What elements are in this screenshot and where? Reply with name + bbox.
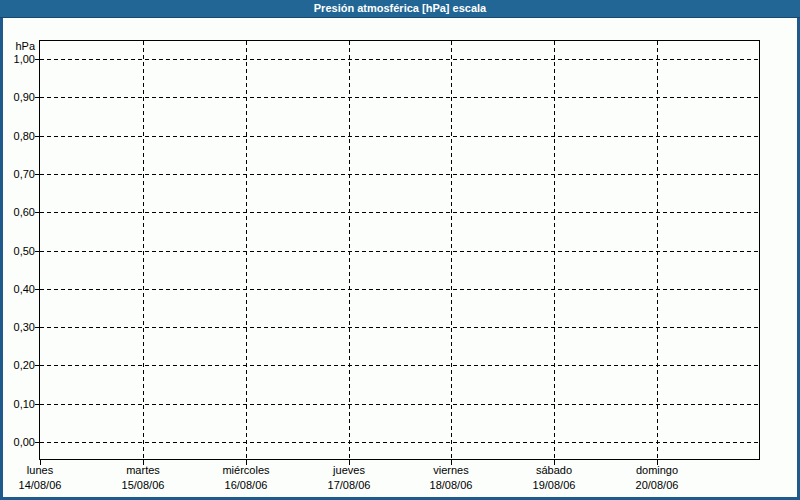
day-name-label: miércoles	[196, 463, 296, 478]
horizontal-gridline	[40, 212, 759, 213]
x-category-label: domingo 20/08/06	[607, 463, 707, 493]
y-tick-label: 0,00	[3, 436, 35, 448]
vertical-gridline	[349, 41, 350, 459]
y-axis-unit-label: hPa	[3, 40, 35, 52]
day-date-label: 17/08/06	[299, 478, 399, 493]
x-category-label: viernes 18/08/06	[401, 463, 501, 493]
y-tick-label: 0,90	[3, 91, 35, 103]
horizontal-gridline	[40, 97, 759, 98]
day-date-label: 16/08/06	[196, 478, 296, 493]
day-name-label: domingo	[607, 463, 707, 478]
y-tick-label: 0,20	[3, 359, 35, 371]
day-name-label: viernes	[401, 463, 501, 478]
y-tick-label: 0,80	[3, 130, 35, 142]
pressure-chart-window: Presión atmosférica [hPa] escala hPa 1,0…	[0, 0, 800, 500]
horizontal-gridline	[40, 442, 759, 443]
y-tick-label: 0,50	[3, 245, 35, 257]
y-tick-label: 1,00	[3, 53, 35, 65]
day-date-label: 14/08/06	[0, 478, 90, 493]
y-tick-label: 0,40	[3, 283, 35, 295]
y-tick-label: 0,70	[3, 168, 35, 180]
vertical-gridline	[554, 41, 555, 459]
day-date-label: 19/08/06	[504, 478, 604, 493]
day-name-label: lunes	[0, 463, 90, 478]
horizontal-gridline	[40, 59, 759, 60]
y-tick-label: 0,10	[3, 398, 35, 410]
x-category-label: sábado 19/08/06	[504, 463, 604, 493]
day-date-label: 20/08/06	[607, 478, 707, 493]
window-titlebar: Presión atmosférica [hPa] escala	[0, 0, 800, 18]
x-category-label: jueves 17/08/06	[299, 463, 399, 493]
chart-area: hPa 1,00 0,90 0,80 0,70 0,60 0,50 0,40 0…	[3, 18, 797, 497]
x-category-label: lunes 14/08/06	[0, 463, 90, 493]
day-date-label: 18/08/06	[401, 478, 501, 493]
vertical-gridline	[246, 41, 247, 459]
vertical-gridline	[657, 41, 658, 459]
horizontal-gridline	[40, 327, 759, 328]
vertical-gridline	[143, 41, 144, 459]
y-tick-label: 0,60	[3, 206, 35, 218]
window-title: Presión atmosférica [hPa] escala	[314, 2, 486, 14]
vertical-gridline	[451, 41, 452, 459]
plot-area	[39, 40, 760, 460]
day-name-label: jueves	[299, 463, 399, 478]
horizontal-gridline	[40, 289, 759, 290]
day-name-label: martes	[93, 463, 193, 478]
horizontal-gridline	[40, 404, 759, 405]
day-date-label: 15/08/06	[93, 478, 193, 493]
x-category-label: martes 15/08/06	[93, 463, 193, 493]
day-name-label: sábado	[504, 463, 604, 478]
horizontal-gridline	[40, 251, 759, 252]
horizontal-gridline	[40, 136, 759, 137]
y-tick-label: 0,30	[3, 321, 35, 333]
x-category-label: miércoles 16/08/06	[196, 463, 296, 493]
horizontal-gridline	[40, 174, 759, 175]
horizontal-gridline	[40, 365, 759, 366]
